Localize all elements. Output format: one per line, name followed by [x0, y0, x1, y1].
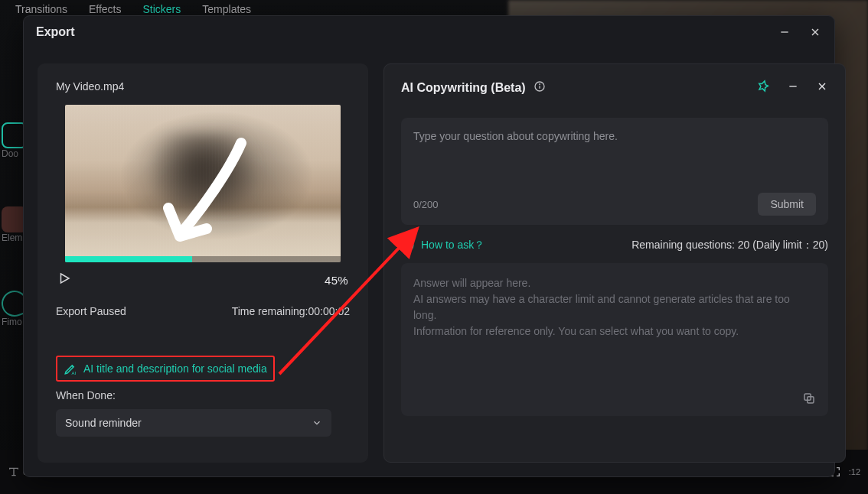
- export-modal-title: Export: [36, 25, 778, 39]
- export-time-remaining: Time remaining:00:00:02: [232, 305, 350, 317]
- ai-answer-box: Answer will appear here. AI answers may …: [401, 263, 828, 416]
- ai-social-media-link[interactable]: AI AI title and description for social m…: [56, 356, 275, 382]
- ai-pencil-icon: AI: [64, 362, 77, 375]
- info-icon[interactable]: [534, 80, 546, 96]
- ai-answer-placeholder: Answer will appear here. AI answers may …: [413, 275, 816, 340]
- export-filename: My Video.mp4: [56, 80, 350, 93]
- tab-stickers[interactable]: Stickers: [143, 3, 181, 15]
- export-progress-track: [65, 256, 341, 262]
- ai-prompt-input[interactable]: Type your question about copywriting her…: [401, 118, 828, 225]
- timeline-end: :12: [849, 467, 860, 476]
- export-preview-thumbnail: [65, 105, 341, 262]
- remaining-questions: Remaining questions: 20 (Daily limit：20): [631, 239, 828, 252]
- copy-answer-button[interactable]: [802, 392, 819, 408]
- chevron-down-icon: [312, 418, 322, 428]
- pin-button[interactable]: [756, 80, 770, 96]
- question-circle-icon: [401, 239, 415, 252]
- ai-prompt-placeholder: Type your question about copywriting her…: [413, 130, 816, 142]
- minimize-button[interactable]: [778, 25, 791, 39]
- export-progress-panel: My Video.mp4 45% Expo: [38, 63, 368, 463]
- ai-char-count: 0/200: [413, 199, 439, 210]
- tab-effects[interactable]: Effects: [89, 3, 122, 15]
- how-to-ask-link[interactable]: How to ask？: [401, 239, 485, 252]
- export-progress-bar: [65, 256, 192, 262]
- export-modal-titlebar: Export: [24, 16, 834, 48]
- tab-transitions[interactable]: Transitions: [15, 3, 67, 15]
- ai-minimize-button[interactable]: [787, 80, 799, 96]
- play-button[interactable]: [57, 271, 71, 288]
- doodle-arrow-overlay: [157, 135, 256, 250]
- svg-text:AI: AI: [72, 371, 77, 375]
- export-percent: 45%: [325, 274, 348, 287]
- app-background: Transitions Effects Stickers Templates D…: [0, 0, 868, 494]
- editor-top-tabs: Transitions Effects Stickers Templates: [15, 3, 251, 15]
- ai-copywriting-panel: AI Copywriting (Beta): [383, 63, 846, 463]
- close-button[interactable]: [808, 25, 822, 39]
- svg-marker-3: [61, 274, 70, 283]
- text-tool-icon[interactable]: [8, 466, 20, 478]
- how-to-ask-label: How to ask？: [421, 239, 485, 252]
- svg-point-12: [408, 248, 409, 249]
- svg-point-7: [539, 84, 540, 85]
- ai-panel-title: AI Copywriting (Beta): [401, 81, 526, 95]
- when-done-value: Sound reminder: [65, 417, 142, 429]
- tab-templates[interactable]: Templates: [202, 3, 251, 15]
- ai-panel-header: AI Copywriting (Beta): [401, 80, 828, 96]
- ai-close-button[interactable]: [816, 80, 828, 96]
- ai-social-media-link-label: AI title and description for social medi…: [83, 362, 267, 375]
- ai-submit-button[interactable]: Submit: [758, 193, 816, 216]
- export-modal: Export My Video.mp4: [23, 15, 835, 477]
- when-done-label: When Done:: [56, 389, 350, 401]
- export-status: Export Paused: [56, 305, 126, 317]
- when-done-select[interactable]: Sound reminder: [56, 409, 331, 437]
